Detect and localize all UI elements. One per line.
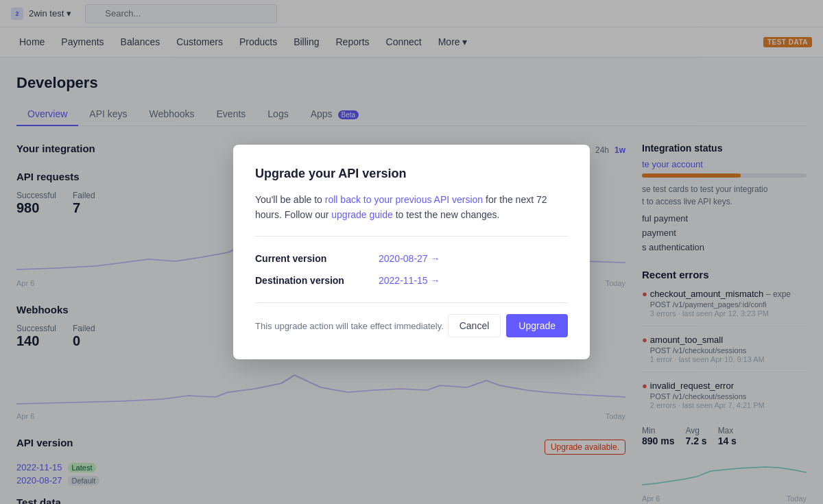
modal-destination-version-value: 2022-11-15 → [379,275,440,286]
cancel-button[interactable]: Cancel [448,314,501,337]
upgrade-button[interactable]: Upgrade [506,314,568,337]
modal-actions: Cancel Upgrade [448,314,568,337]
modal-rollback-link[interactable]: roll back to your previous API version [325,194,483,205]
modal-note: This upgrade action will take effect imm… [255,321,444,331]
modal-divider-1 [255,236,568,237]
modal-upgrade-guide-link[interactable]: upgrade guide [331,209,393,220]
modal-destination-version-label: Destination version [255,275,379,286]
modal-title: Upgrade your API version [255,167,568,181]
upgrade-modal: Upgrade your API version You'll be able … [233,145,590,360]
modal-divider-2 [255,302,568,303]
modal-destination-version-link[interactable]: 2022-11-15 → [379,275,440,286]
modal-overlay[interactable]: Upgrade your API version You'll be able … [0,0,823,504]
modal-current-version-link[interactable]: 2020-08-27 → [379,253,440,264]
modal-current-version-label: Current version [255,253,379,264]
modal-destination-version-row: Destination version 2022-11-15 → [255,269,568,291]
modal-footer: This upgrade action will take effect imm… [255,314,568,337]
modal-current-version-value: 2020-08-27 → [379,253,440,264]
modal-body: You'll be able to roll back to your prev… [255,192,568,223]
modal-current-version-row: Current version 2020-08-27 → [255,248,568,269]
